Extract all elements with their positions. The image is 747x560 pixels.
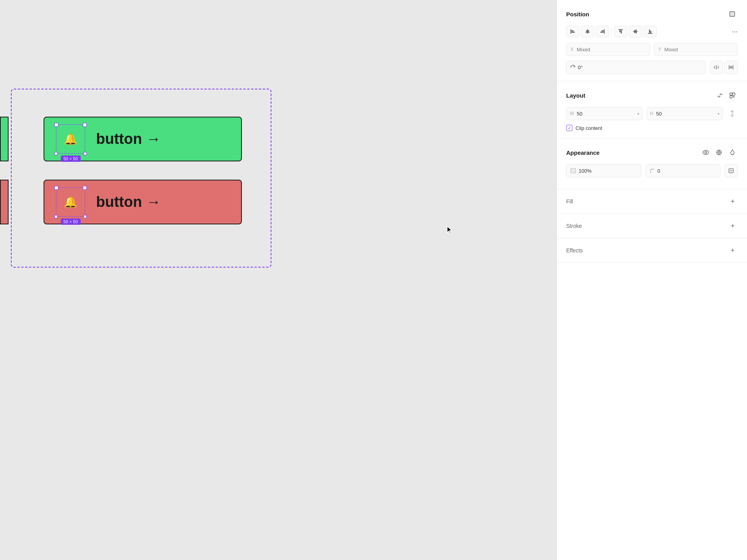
effects-header: Effects + <box>566 245 738 256</box>
flip-icons <box>710 61 738 74</box>
w-label: W <box>570 111 574 116</box>
svg-rect-2 <box>571 30 574 32</box>
svg-point-22 <box>703 150 709 155</box>
rotation-value: 0° <box>578 65 583 70</box>
flip-horizontal-btn[interactable] <box>710 61 723 74</box>
appearance-header-icons <box>700 147 738 158</box>
clip-content-label: Clip content <box>576 125 602 131</box>
svg-rect-3 <box>571 32 575 33</box>
svg-rect-16 <box>648 33 653 34</box>
y-value: Mixed <box>665 47 678 52</box>
svg-rect-20 <box>733 93 735 95</box>
eye-btn[interactable] <box>700 147 711 158</box>
align-toolbar-1: ··· <box>566 26 738 37</box>
h-label: H <box>650 111 654 116</box>
svg-point-23 <box>705 152 707 154</box>
appearance-header: Appearance <box>566 147 738 158</box>
canvas: 🔔 50 × 50 button → 🔔 50 × 50 button → <box>0 0 556 560</box>
selection-frame <box>11 89 271 268</box>
clip-content-checkbox[interactable]: ✓ <box>566 125 572 131</box>
svg-rect-7 <box>604 29 605 34</box>
layout-add-btn[interactable] <box>727 90 738 101</box>
svg-rect-10 <box>618 29 623 30</box>
svg-rect-19 <box>730 93 732 95</box>
fill-title: Fill <box>566 198 573 205</box>
stroke-title: Stroke <box>566 223 582 229</box>
opacity-icon <box>570 168 576 173</box>
align-bottom-btn[interactable] <box>644 26 657 37</box>
svg-rect-12 <box>621 30 622 33</box>
clip-content-row: ✓ Clip content <box>566 125 738 131</box>
svg-rect-18 <box>651 31 652 33</box>
x-label: X <box>570 47 574 52</box>
svg-rect-8 <box>602 30 604 32</box>
position-expand-btn[interactable] <box>727 9 738 19</box>
svg-rect-21 <box>730 96 732 98</box>
opacity-input[interactable]: 100% <box>566 164 642 177</box>
chain-link-btn[interactable] <box>727 107 738 120</box>
position-more-btn[interactable]: ··· <box>732 28 738 36</box>
layout-header-icons <box>714 90 738 101</box>
align-center-v-btn[interactable] <box>581 26 594 37</box>
appearance-title: Appearance <box>566 149 600 156</box>
svg-rect-14 <box>634 30 635 33</box>
align-left-btn[interactable] <box>566 26 579 37</box>
position-section: Position <box>557 0 747 81</box>
x-input[interactable]: X Mixed <box>566 43 650 56</box>
rotation-row: 0° <box>566 61 738 74</box>
bell-icon-green: 🔔 <box>64 133 77 145</box>
appearance-section: Appearance 100% 0 <box>557 138 747 189</box>
svg-rect-11 <box>619 30 621 32</box>
button-red-label: button → <box>96 194 161 210</box>
layout-header: Layout <box>566 90 738 101</box>
size-badge-green: 50 × 50 <box>61 156 80 162</box>
rotation-input[interactable]: 0° <box>566 61 706 74</box>
effects-section: Effects + <box>557 238 747 263</box>
effects-add-btn[interactable]: + <box>728 245 738 256</box>
svg-rect-6 <box>586 32 590 33</box>
cursor <box>446 226 454 235</box>
radius-icon <box>650 168 655 173</box>
layout-title: Layout <box>566 92 585 99</box>
corner-br-red <box>84 215 87 218</box>
h-dropdown-arrow: ▾ <box>717 112 719 116</box>
left-bar-green <box>0 117 9 161</box>
radius-value: 0 <box>658 168 660 174</box>
svg-rect-13 <box>633 31 638 32</box>
h-value: 50 <box>656 111 661 117</box>
button-green[interactable]: 🔔 50 × 50 button → <box>44 117 242 161</box>
icon-wrapper-green: 🔔 50 × 50 <box>56 124 85 154</box>
x-value: Mixed <box>577 47 590 52</box>
corner-expand-btn[interactable] <box>724 164 738 177</box>
fill-add-btn[interactable]: + <box>728 196 738 206</box>
align-top-btn[interactable] <box>614 26 627 37</box>
bell-icon-red: 🔔 <box>64 196 77 208</box>
position-title: Position <box>566 11 589 18</box>
icon-wrapper-red: 🔔 50 × 50 <box>56 187 85 217</box>
align-middle-h-btn[interactable] <box>629 26 642 37</box>
right-panel: Position <box>556 0 747 560</box>
y-label: Y <box>658 47 661 52</box>
corner-bl-green <box>54 152 58 155</box>
opacity-value: 100% <box>579 168 591 174</box>
stroke-add-btn[interactable]: + <box>728 221 738 231</box>
style-btn[interactable] <box>714 147 724 158</box>
stroke-header: Stroke + <box>566 221 738 231</box>
fill-drop-btn[interactable] <box>727 147 738 158</box>
radius-input[interactable]: 0 <box>646 164 721 177</box>
w-input[interactable]: W 50 ▾ <box>566 107 643 120</box>
align-right-btn[interactable] <box>596 26 609 37</box>
rotation-icon <box>570 65 576 70</box>
button-red[interactable]: 🔔 50 × 50 button → <box>44 180 242 224</box>
fill-section: Fill + <box>557 189 747 214</box>
svg-rect-17 <box>649 30 650 33</box>
layout-collapse-btn[interactable] <box>714 90 725 101</box>
effects-title: Effects <box>566 247 583 254</box>
y-input[interactable]: Y Mixed <box>654 43 738 56</box>
wh-input-row: W 50 ▾ H 50 ▾ <box>566 107 738 120</box>
corner-bl-red <box>54 215 58 218</box>
h-input[interactable]: H 50 ▾ <box>647 107 723 120</box>
distribute-btn[interactable] <box>724 61 738 74</box>
w-value: 50 <box>577 111 582 117</box>
svg-rect-4 <box>587 29 588 34</box>
